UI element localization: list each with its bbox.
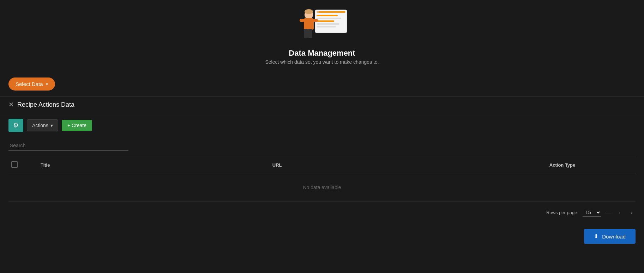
svg-rect-1 xyxy=(317,11,345,13)
svg-point-7 xyxy=(317,11,319,13)
actions-button[interactable]: Actions ▾ xyxy=(27,119,58,131)
next-page-button[interactable]: › xyxy=(628,207,636,218)
svg-rect-12 xyxy=(313,19,318,22)
download-icon: ⬇ xyxy=(594,233,598,240)
table-container: Title URL Action Type No data available xyxy=(0,157,644,202)
actions-label: Actions xyxy=(32,123,48,128)
section-title: Recipe Actions Data xyxy=(17,101,74,108)
search-input[interactable] xyxy=(8,141,128,151)
svg-rect-4 xyxy=(317,20,334,22)
empty-state-row: No data available xyxy=(8,173,636,202)
rows-per-page-label: Rows per page: xyxy=(546,210,578,215)
create-button[interactable]: + Create xyxy=(62,120,92,131)
chevron-down-icon: ▾ xyxy=(46,82,48,87)
download-button[interactable]: ⬇ Download xyxy=(584,229,636,244)
hero-illustration xyxy=(294,7,350,46)
svg-rect-10 xyxy=(304,18,314,30)
gear-icon: ⚙ xyxy=(13,122,19,129)
download-label: Download xyxy=(602,234,626,240)
page-subtitle: Select which data set you want to make c… xyxy=(265,59,379,65)
select-data-button[interactable]: Select Data ▾ xyxy=(8,77,55,91)
empty-state-message: No data available xyxy=(8,173,636,202)
close-icon: ✕ xyxy=(8,101,14,108)
svg-rect-6 xyxy=(317,26,336,27)
svg-point-9 xyxy=(305,9,313,14)
chevron-down-icon: ▾ xyxy=(50,123,53,128)
data-table: Title URL Action Type No data available xyxy=(8,157,636,202)
svg-rect-5 xyxy=(317,23,339,25)
select-data-label: Select Data xyxy=(16,81,43,87)
section-header: ✕ Recipe Actions Data xyxy=(0,96,644,113)
action-type-column-header: Action Type xyxy=(489,157,636,173)
url-column-header: URL xyxy=(270,157,489,173)
download-area: ⬇ Download xyxy=(0,223,644,249)
toolbar: ⚙ Actions ▾ + Create xyxy=(0,113,644,138)
select-all-checkbox[interactable] xyxy=(11,161,18,168)
page-nav-separator: — xyxy=(605,209,612,216)
prev-page-button[interactable]: ‹ xyxy=(616,207,624,218)
pagination-area: Rows per page: 10 15 25 50 100 — ‹ › xyxy=(0,202,644,223)
select-data-area: Select Data ▾ xyxy=(0,72,644,96)
page-title: Data Management xyxy=(289,49,355,58)
svg-rect-3 xyxy=(317,18,341,19)
search-area xyxy=(0,138,644,157)
gear-button[interactable]: ⚙ xyxy=(8,119,23,132)
svg-rect-2 xyxy=(317,15,338,16)
svg-rect-13 xyxy=(304,29,308,38)
svg-rect-14 xyxy=(308,29,312,38)
create-label: + Create xyxy=(67,123,86,128)
rows-per-page-select[interactable]: 10 15 25 50 100 xyxy=(583,209,601,217)
hero-section: Data Management Select which data set yo… xyxy=(0,0,644,72)
title-column-header: Title xyxy=(38,157,270,173)
svg-rect-11 xyxy=(300,19,305,22)
table-header-row: Title URL Action Type xyxy=(8,157,636,173)
checkbox-header xyxy=(8,157,38,173)
